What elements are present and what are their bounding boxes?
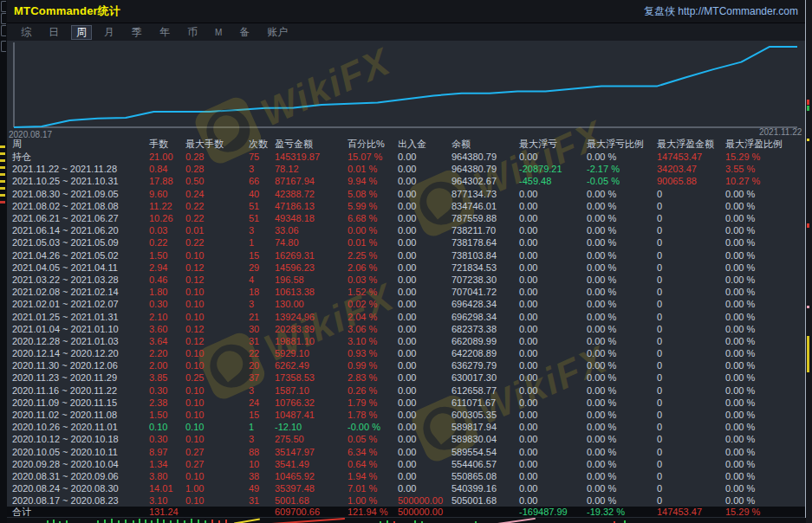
table-cell: 145319.87 [275, 152, 348, 162]
table-cell: 17358.53 [275, 372, 348, 383]
table-row[interactable]: 2021.01.04 ~ 2021.01.103.600.123020283.3… [7, 323, 805, 335]
website-link[interactable]: 复盘侠 http://MTCommander.com [644, 4, 798, 19]
table-cell: 0.00 [398, 372, 451, 383]
table-cell: 738178.64 [451, 237, 519, 248]
table-cell: 540399.16 [451, 483, 519, 494]
menu-tab-账户[interactable]: 账户 [262, 25, 293, 40]
table-cell: 10766.32 [275, 397, 348, 408]
table-cell: 0.00 % [587, 213, 657, 223]
table-cell: 手数 [149, 139, 185, 149]
table-cell: 3 [249, 385, 275, 396]
table-cell: 0.26 % [348, 385, 398, 396]
table-cell: 1 [249, 422, 275, 432]
table-cell: 8.97 [149, 447, 185, 457]
table-row[interactable]: 2020.08.17 ~ 2020.08.233.100.10315001.68… [7, 494, 805, 507]
table-cell: 0.10 [185, 385, 249, 396]
table-row[interactable]: 2021.11.22 ~ 2021.11.280.840.28378.120.0… [7, 163, 805, 175]
table-row[interactable]: 2021.06.21 ~ 2021.06.2710.260.225149348.… [7, 212, 805, 224]
table-row[interactable]: 2020.12.28 ~ 2021.01.033.640.123119881.1… [7, 335, 805, 347]
table-row[interactable]: 2020.10.05 ~ 2020.10.118.970.278835147.9… [7, 446, 805, 458]
table-cell: 0.00 % [587, 410, 657, 420]
table-row[interactable]: 2021.02.01 ~ 2021.02.070.300.103130.000.… [7, 298, 805, 310]
table-row[interactable]: 2020.08.24 ~ 2020.08.3014.011.004935397.… [7, 482, 805, 494]
table-cell: 最大浮亏 [519, 139, 587, 149]
table-cell: 0.10 [185, 287, 249, 297]
table-cell: 0.22 [185, 237, 249, 248]
table-cell: 0.00 [519, 348, 587, 358]
table-cell: 38 [249, 471, 275, 481]
table-cell: 15.29 % [725, 507, 805, 517]
table-row[interactable]: 2021.08.02 ~ 2021.08.0811.220.225147186.… [7, 200, 805, 212]
table-cell: 0.01 % [348, 237, 398, 248]
table-cell: 0.00 [519, 213, 587, 223]
table-cell: 2020.11.23 ~ 2020.11.29 [12, 372, 149, 383]
table-cell: 3541.49 [275, 459, 348, 469]
table-cell: 0.00 % [587, 397, 657, 408]
table-cell: 0.00 [519, 459, 587, 469]
table-cell: 275.50 [275, 434, 348, 444]
menu-tab-周[interactable]: 周 [71, 25, 92, 40]
table-cell: 0.00 % [725, 201, 805, 211]
table-row[interactable]: 2021.01.25 ~ 2021.01.312.100.102113924.9… [7, 310, 805, 322]
menu-tab-综[interactable]: 综 [16, 25, 36, 40]
table-row[interactable]: 2021.05.03 ~ 2021.05.090.220.22174.800.0… [7, 236, 805, 249]
table-cell: 0.28 [185, 152, 249, 162]
table-cell: 0.64 % [348, 459, 398, 469]
table-header-row[interactable]: 周手数最大手数次数盈亏金额百分比%出入金余额最大浮亏最大浮亏比例最大浮盈金额最大… [7, 137, 805, 151]
table-cell: 1.80 [149, 287, 185, 297]
table-row[interactable]: 2020.11.02 ~ 2020.11.081.500.101510487.4… [7, 409, 805, 421]
table-cell: 0.00 [519, 336, 587, 346]
table-cell: 10.26 [149, 213, 185, 223]
menu-tab-季[interactable]: 季 [127, 25, 147, 40]
table-cell: 550865.08 [451, 471, 519, 481]
screen: MTCommander统计 复盘侠 http://MTCommander.com… [0, 0, 812, 523]
table-row[interactable]: 2021.02.08 ~ 2021.02.141.800.101810613.3… [7, 286, 805, 298]
table-row[interactable]: 2021.04.05 ~ 2021.04.112.940.122914596.2… [7, 262, 805, 274]
table-row[interactable]: 2021.06.14 ~ 2021.06.200.030.01333.060.0… [7, 224, 805, 236]
menu-tab-年[interactable]: 年 [154, 25, 175, 40]
menu-tab-月[interactable]: 月 [99, 25, 120, 40]
table-cell: 5929.10 [275, 348, 348, 358]
table-cell: 0.10 [185, 410, 249, 420]
table-cell: 出入金 [398, 139, 451, 149]
table-cell: -2.17 % [587, 164, 657, 174]
table-cell: 0.00 % [587, 360, 657, 371]
table-cell: 0 [657, 299, 725, 309]
table-cell: 次数 [249, 139, 275, 149]
menu-tab-M[interactable]: M [210, 25, 227, 40]
table-row[interactable]: 2021.04.26 ~ 2021.05.021.500.101516269.3… [7, 249, 805, 262]
table-row[interactable]: 2021.10.25 ~ 2021.10.3117.880.506687167.… [7, 175, 805, 187]
table-cell: 33.06 [275, 225, 348, 236]
table-cell: 0.00 [519, 225, 587, 236]
table-cell: 500000.00 [398, 507, 451, 517]
table-cell: 0.00 [519, 471, 587, 481]
table-row[interactable]: 2021.03.22 ~ 2021.03.280.460.124196.580.… [7, 274, 805, 286]
table-row[interactable]: 2020.10.12 ~ 2020.10.180.300.103275.500.… [7, 433, 805, 445]
table-row[interactable]: 2020.11.23 ~ 2020.11.293.850.253717358.5… [7, 371, 805, 384]
table-cell: 696428.34 [451, 299, 519, 309]
table-cell: 0.10 [185, 495, 249, 506]
table-cell: 964380.79 [451, 164, 519, 174]
table-cell: 90065.88 [657, 176, 725, 186]
menu-tab-备[interactable]: 备 [234, 25, 255, 40]
table-row[interactable]: 2020.11.09 ~ 2020.11.152.380.102410766.3… [7, 397, 805, 409]
table-row[interactable]: 2020.12.14 ~ 2020.12.202.200.10225929.10… [7, 347, 805, 359]
table-row[interactable]: 2020.08.31 ~ 2020.09.063.800.103810465.9… [7, 470, 805, 482]
table-row[interactable]: 2020.11.16 ~ 2020.11.220.300.1031587.100… [7, 384, 805, 397]
table-cell: 0.00 [519, 422, 587, 432]
table-cell: 1587.10 [275, 385, 348, 396]
table-row-holding[interactable]: 持仓21.000.2875145319.8715.07 %0.00964380.… [7, 151, 805, 163]
menu-tab-币[interactable]: 币 [182, 25, 203, 40]
table-cell: 0.00 % [587, 299, 657, 309]
table-row[interactable]: 2021.08.30 ~ 2021.09.059.600.244042388.7… [7, 188, 805, 200]
table-cell: 0 [657, 372, 725, 383]
table-cell: 3 [249, 299, 275, 309]
table-cell: 0.00 [398, 287, 451, 297]
table-row[interactable]: 2020.11.30 ~ 2020.12.062.000.10206262.49… [7, 359, 805, 371]
table-cell: 0.10 [185, 312, 249, 322]
menu-tab-日[interactable]: 日 [43, 25, 64, 40]
table-cell: 0.00 [398, 237, 451, 248]
table-cell: 2020.11.09 ~ 2020.11.15 [12, 397, 149, 408]
table-row[interactable]: 2020.10.26 ~ 2020.11.010.100.101-12.10-0… [7, 421, 805, 433]
table-row[interactable]: 2020.09.28 ~ 2020.10.041.340.27103541.49… [7, 458, 805, 470]
